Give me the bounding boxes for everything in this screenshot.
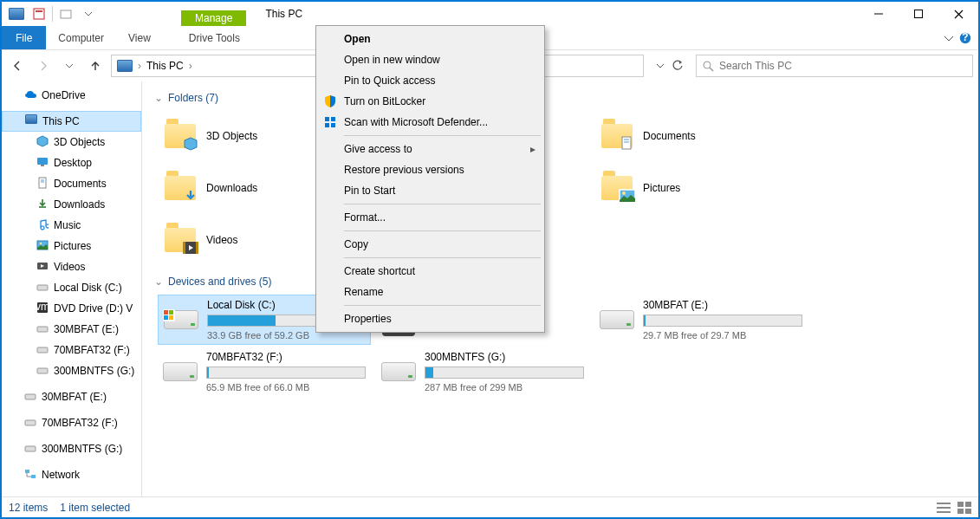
tree-label: Desktop xyxy=(54,157,92,169)
tree-ntfs-root[interactable]: 300MBNTFS (G:) xyxy=(2,438,141,459)
ctx-open-new-window[interactable]: Open in new window xyxy=(318,49,542,70)
tree-dvd[interactable]: vmDVD Drive (D:) V xyxy=(2,298,141,319)
computer-tab[interactable]: Computer xyxy=(46,26,116,49)
ctx-copy[interactable]: Copy xyxy=(318,234,542,255)
svg-rect-42 xyxy=(937,507,951,509)
tree-documents[interactable]: Documents xyxy=(2,173,141,194)
chevron-right-icon[interactable]: › xyxy=(138,60,141,72)
network-icon xyxy=(24,468,38,482)
folder-pictures[interactable]: Pictures xyxy=(594,163,808,213)
tree-downloads[interactable]: Downloads xyxy=(2,194,141,215)
back-button[interactable] xyxy=(7,55,28,76)
chevron-right-icon[interactable]: › xyxy=(189,60,192,72)
ctx-restore-versions[interactable]: Restore previous versions xyxy=(318,159,542,180)
tree-desktop[interactable]: Desktop xyxy=(2,152,141,173)
tree-fat[interactable]: 30MBFAT (E:) xyxy=(2,319,141,340)
ctx-format[interactable]: Format... xyxy=(318,207,542,228)
separator xyxy=(344,257,541,258)
tree-thispc[interactable]: This PC xyxy=(2,111,141,132)
menu-label: Give access to xyxy=(344,143,412,155)
tree-localdisk[interactable]: Local Disk (C:) xyxy=(2,277,141,298)
drive-icon xyxy=(36,364,50,378)
tree-ntfs[interactable]: 300MBNTFS (G:) xyxy=(2,360,141,381)
cube-icon xyxy=(36,135,50,149)
tree-pictures[interactable]: Pictures xyxy=(2,236,141,256)
tree-fat-root[interactable]: 30MBFAT (E:) xyxy=(2,386,141,407)
menu-label: Properties xyxy=(344,313,392,325)
ctx-bitlocker[interactable]: Turn on BitLocker xyxy=(318,91,542,112)
item-subtext: 65.9 MB free of 66.0 MB xyxy=(206,382,366,392)
ctx-scan-defender[interactable]: Scan with Microsoft Defender... xyxy=(318,112,542,133)
file-tab[interactable]: File xyxy=(2,26,46,49)
svg-rect-29 xyxy=(622,137,631,149)
drives-group-header[interactable]: ⌄ Devices and drives (5) xyxy=(154,276,966,288)
details-view-icon[interactable] xyxy=(937,502,951,514)
folder-documents[interactable]: Documents xyxy=(594,111,808,161)
menu-label: Format... xyxy=(344,211,386,224)
drive-f[interactable]: 70MBFAT32 (F:) 65.9 MB free of 66.0 MB xyxy=(158,347,371,397)
expand-ribbon-icon[interactable] xyxy=(944,33,954,43)
tree-music[interactable]: Music xyxy=(2,215,141,236)
ctx-pin-quick-access[interactable]: Pin to Quick access xyxy=(318,70,542,91)
tree-label: OneDrive xyxy=(42,89,86,101)
separator xyxy=(52,6,53,22)
tree-label: 3D Objects xyxy=(54,136,105,148)
svg-rect-0 xyxy=(34,9,44,19)
svg-rect-43 xyxy=(937,511,951,513)
svg-rect-1 xyxy=(36,10,42,12)
tree-videos[interactable]: Videos xyxy=(2,256,141,277)
drive-g[interactable]: 300MBNTFS (G:) 287 MB free of 299 MB xyxy=(376,347,589,397)
close-button[interactable] xyxy=(938,2,978,26)
folders-list: 3D Objects Documents Downloads Pictures … xyxy=(158,111,966,265)
svg-line-8 xyxy=(710,68,713,71)
pc-icon xyxy=(25,114,39,128)
svg-point-16 xyxy=(40,243,42,245)
search-box[interactable] xyxy=(696,55,973,77)
tree-network[interactable]: Network xyxy=(2,464,141,485)
qat-dropdown-icon[interactable] xyxy=(79,4,98,23)
svg-rect-2 xyxy=(61,10,71,18)
manage-tab-header: Manage xyxy=(181,10,246,26)
tree-label: Music xyxy=(54,219,81,231)
tree-label: Pictures xyxy=(54,240,91,252)
large-icons-view-icon[interactable] xyxy=(957,502,971,514)
up-button[interactable] xyxy=(85,55,106,76)
folders-group-header[interactable]: ⌄ Folders (7) xyxy=(154,92,966,104)
quick-access-toolbar xyxy=(2,4,98,23)
tree-fat32-root[interactable]: 70MBFAT32 (F:) xyxy=(2,412,141,433)
menu-label: Open xyxy=(344,33,371,45)
svg-rect-49 xyxy=(331,117,335,121)
tree-3dobjects[interactable]: 3D Objects xyxy=(2,132,141,152)
item-label: Pictures xyxy=(643,182,802,194)
minimize-button[interactable] xyxy=(859,2,899,26)
refresh-button[interactable] xyxy=(672,60,684,72)
status-bar: 12 items 1 item selected xyxy=(2,496,978,517)
ctx-properties[interactable]: Properties xyxy=(318,308,542,329)
svg-rect-44 xyxy=(957,502,964,507)
view-tab[interactable]: View xyxy=(116,26,163,49)
properties-qat-icon[interactable] xyxy=(29,4,49,23)
search-input[interactable] xyxy=(719,60,967,72)
ctx-create-shortcut[interactable]: Create shortcut xyxy=(318,261,542,282)
tree-fat32[interactable]: 70MBFAT32 (F:) xyxy=(2,340,141,360)
recent-dropdown-icon[interactable] xyxy=(59,55,80,76)
drive-icon xyxy=(36,343,50,357)
drive-tools-tab[interactable]: Drive Tools xyxy=(177,26,252,49)
download-icon xyxy=(36,198,50,211)
svg-rect-21 xyxy=(37,327,48,332)
address-dropdown-icon[interactable] xyxy=(656,62,665,70)
ctx-give-access[interactable]: Give access to▸ xyxy=(318,139,542,159)
svg-rect-24 xyxy=(25,394,36,399)
ctx-pin-start[interactable]: Pin to Start xyxy=(318,180,542,201)
forward-button[interactable] xyxy=(33,55,54,76)
help-icon[interactable]: ? xyxy=(959,32,971,44)
tree-onedrive[interactable]: OneDrive xyxy=(2,85,141,106)
drive-e[interactable]: 30MBFAT (E:) 29.7 MB free of 29.7 MB xyxy=(594,295,808,345)
ctx-rename[interactable]: Rename xyxy=(318,282,542,302)
ctx-open[interactable]: Open xyxy=(318,29,542,49)
new-folder-qat-icon[interactable] xyxy=(56,4,75,23)
maximize-button[interactable] xyxy=(899,2,938,26)
svg-rect-48 xyxy=(325,117,329,121)
tree-label: 70MBFAT32 (F:) xyxy=(42,417,118,429)
svg-rect-27 xyxy=(25,470,29,473)
